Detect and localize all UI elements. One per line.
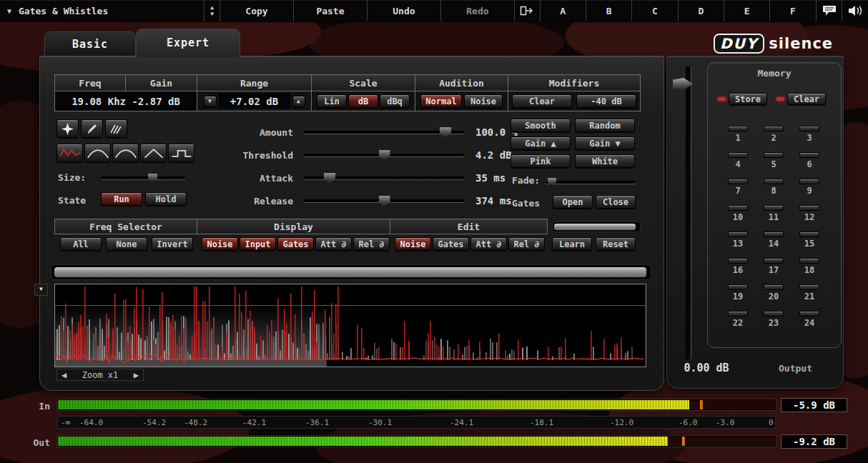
memory-slot-button[interactable] [764,284,784,290]
scale-dbq-button[interactable]: dBq [380,94,410,108]
amount-slider[interactable] [303,131,464,134]
spectrum-display[interactable] [54,284,646,367]
memory-slot-button[interactable] [728,179,748,184]
memory-slot[interactable]: 17 [764,258,784,275]
memory-slot-button[interactable] [764,126,784,131]
range-up-button[interactable]: ▲ [292,96,305,107]
memory-slot-button[interactable] [799,258,819,264]
preset-spin-down-icon[interactable]: ▼ [210,11,214,17]
display-att-button[interactable]: Att ∂ [315,237,352,251]
memory-slot[interactable]: 10 [728,205,748,222]
memory-slot-button[interactable] [764,179,784,184]
memory-slot-button[interactable] [799,179,819,184]
modifier-random-button[interactable]: Random [575,119,635,132]
attack-slider[interactable] [303,176,464,179]
spectrum-scrollbar-thumb[interactable] [54,267,646,277]
slot-e-button[interactable]: E [724,0,770,21]
tool-select-button[interactable] [56,119,79,138]
help-button[interactable] [817,0,843,21]
scale-db-button[interactable]: dB [348,94,378,108]
threshold-marker[interactable]: ▼ [34,284,48,296]
memory-slot-button[interactable] [764,231,784,237]
memory-slot[interactable]: 8 [764,179,784,196]
memory-slot[interactable]: 11 [764,205,784,222]
fade-slider[interactable] [546,181,636,184]
memory-slot[interactable]: 23 [764,311,784,328]
tool-hatch-button[interactable] [105,119,127,138]
display-gates-button[interactable]: Gates [277,237,314,251]
state-hold-button[interactable]: Hold [145,192,187,206]
memory-slot[interactable]: 2 [764,126,784,143]
shape-bell-button[interactable] [84,144,111,162]
memory-store-button[interactable]: Store [729,93,767,105]
memory-slot-button[interactable] [728,152,748,158]
memory-slot[interactable]: 5 [764,152,784,169]
preset-spinner[interactable]: ▲ ▼ [204,0,220,21]
zoom-control[interactable]: ◀ Zoom x1 ▶ [56,369,144,381]
edit-gates-button[interactable]: Gates [433,237,469,251]
display-input-button[interactable]: Input [240,237,276,251]
memory-slot[interactable]: 6 [799,152,819,169]
release-slider[interactable] [303,199,464,202]
memory-slot[interactable]: 24 [799,311,819,328]
memory-slot-button[interactable] [728,231,748,237]
memory-slot-button[interactable] [799,205,819,211]
memory-slot-button[interactable] [799,126,819,131]
memory-slot[interactable]: 7 [728,179,748,196]
release-slider-thumb[interactable] [379,196,390,206]
memory-slot-button[interactable] [764,152,784,158]
memory-slot-button[interactable] [764,258,784,264]
memory-clear-button[interactable]: Clear [787,93,826,105]
zoom-prev-icon[interactable]: ◀ [61,370,66,380]
state-run-button[interactable]: Run [101,192,142,206]
edit-rel-button[interactable]: Rel ∂ [508,237,545,251]
shape-peak-button[interactable] [140,144,167,162]
memory-slot[interactable]: 13 [728,231,748,249]
memory-slot[interactable]: 4 [728,152,748,169]
memory-slot-button[interactable] [764,205,784,211]
display-noise-button[interactable]: Noise [202,237,238,251]
memory-slot[interactable]: 12 [799,205,819,222]
preset-spin-up-icon[interactable]: ▲ [210,5,214,11]
modifier-gain-down-button[interactable]: Gain ▼ [575,136,635,150]
memory-slot[interactable]: 22 [728,311,748,328]
gates-close-button[interactable]: Close [596,195,636,209]
amount-slider-thumb[interactable] [440,127,451,138]
memory-slot[interactable]: 14 [764,231,784,249]
spectrum-canvas[interactable] [55,284,646,367]
memory-slot-button[interactable] [728,205,748,211]
shape-pulse-button[interactable] [168,144,194,162]
memory-slot-button[interactable] [728,258,748,264]
redo-button[interactable]: Redo [441,0,515,21]
preset-selector[interactable]: ▼ Gates & Whistles ▲ ▼ [0,0,220,21]
range-down-button[interactable]: ▼ [204,96,217,107]
threshold-slider-thumb[interactable] [379,150,390,161]
output-fader-track[interactable] [686,66,691,359]
gates-open-button[interactable]: Open [553,195,593,209]
modifier-white-button[interactable]: White [575,154,635,168]
modifier-smooth-button[interactable]: Smooth [511,119,571,132]
undo-button[interactable]: Undo [368,0,441,21]
copy-button[interactable]: Copy [220,0,294,21]
threshold-slider[interactable] [303,154,464,156]
memory-slot-button[interactable] [728,126,748,131]
edit-noise-button[interactable]: Noise [395,237,431,251]
audition-noise-button[interactable]: Noise [464,94,503,108]
memory-slot-button[interactable] [728,284,748,290]
edit-att-button[interactable]: Att ∂ [470,237,507,251]
memory-slot-button[interactable] [799,231,819,237]
memory-slot[interactable]: 15 [799,231,819,249]
learn-button[interactable]: Learn [552,237,592,251]
slot-d-button[interactable]: D [679,0,724,21]
size-slider[interactable] [101,176,185,179]
memory-slot-button[interactable] [728,311,748,317]
preset-dropdown-icon[interactable]: ▼ [7,7,11,15]
memory-slot[interactable]: 16 [728,258,748,275]
freq-invert-button[interactable]: Invert [152,237,193,251]
attack-slider-thumb[interactable] [324,173,335,184]
audio-button[interactable] [842,0,868,21]
tab-expert[interactable]: Expert [136,29,240,57]
modifier-pink-button[interactable]: Pink [511,154,571,168]
memory-slot-button[interactable] [764,311,784,317]
modifier-clear-button[interactable]: Clear [512,94,572,108]
